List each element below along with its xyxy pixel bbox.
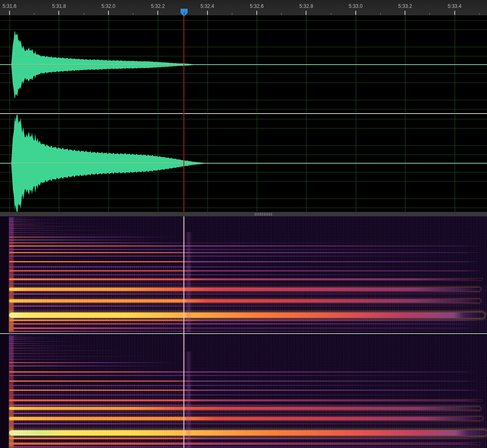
ruler-label: 5:33.4 — [448, 3, 461, 10]
spectrogram-harmonic-band — [9, 446, 487, 448]
spectrogram-harmonic-band — [9, 249, 460, 250]
spectrogram-harmonic-band — [9, 371, 478, 373]
spectrogram-harmonic-band — [9, 266, 460, 267]
spectrogram-harmonic-band — [9, 400, 482, 401]
spectrogram-harmonic-line — [9, 353, 80, 354]
spectrogram-harmonic-line — [9, 219, 59, 220]
spectrogram-harmonic-band — [9, 261, 480, 262]
spectrogram-harmonic-band — [9, 331, 456, 332]
ruler-tick — [133, 13, 133, 15]
spectrogram-harmonic-line — [9, 339, 42, 340]
spectrogram-harmonic-line — [9, 359, 92, 360]
ruler-tick — [331, 13, 331, 15]
spectrogram-noise-texture — [190, 285, 487, 333]
ruler-tick — [232, 13, 232, 15]
spectrogram-harmonic-band — [9, 252, 480, 253]
spectrogram-harmonic-band — [9, 320, 480, 321]
ruler-label: 5:31.8 — [52, 3, 66, 10]
ruler-tick — [479, 13, 480, 15]
spectrogram-harmonic-line — [9, 218, 34, 218]
spectrogram-harmonic-line — [9, 226, 104, 227]
spectrogram-harmonic-band — [9, 404, 476, 406]
playhead-line-waveform — [183, 15, 184, 212]
spectrogram-harmonic-line — [9, 228, 63, 229]
ruler-tick — [355, 11, 356, 15]
spectrogram-panel[interactable] — [0, 216, 487, 448]
spectrogram-right-channel[interactable] — [0, 334, 487, 448]
spectrogram-harmonic-band — [9, 438, 482, 439]
ruler-tick — [380, 13, 381, 15]
spectrogram-harmonic-band — [9, 390, 482, 391]
spectrogram-harmonic-band — [9, 362, 178, 363]
spectrogram-harmonic-band — [9, 274, 456, 275]
spectrogram-harmonic-line — [9, 341, 75, 342]
spectrogram-harmonic-band — [9, 270, 482, 271]
spectrogram-harmonic-band — [9, 293, 478, 295]
ruler-label: 5:32.4 — [200, 3, 214, 10]
spectrogram-harmonic-band — [9, 417, 482, 420]
ruler-label: 5:33.2 — [398, 3, 412, 10]
spectrogram-harmonic-band — [9, 423, 476, 424]
ruler-label: 5:32.0 — [101, 3, 115, 10]
spectrogram-harmonic-band — [9, 375, 456, 376]
spectrogram-harmonic-band — [9, 395, 456, 395]
ruler-label: 5:32.6 — [250, 3, 263, 10]
spectrogram-harmonic-line — [9, 350, 129, 351]
ruler-tick — [306, 11, 306, 15]
spectrogram-harmonic-band — [9, 283, 460, 284]
spectrogram-harmonic-band — [9, 443, 480, 445]
audio-editor-view: { "ruler": { "unit": "minutes:seconds", … — [0, 0, 487, 448]
spectrogram-harmonic-line — [9, 337, 55, 338]
spectrogram-channel-separator[interactable] — [0, 332, 487, 335]
spectrogram-harmonic-band — [9, 380, 480, 382]
spectrogram-harmonic-band — [9, 242, 460, 243]
ruler-tick — [34, 13, 34, 15]
spectrogram-harmonic-line — [9, 343, 51, 344]
ruler-tick — [84, 13, 84, 15]
ruler-tick — [281, 13, 282, 15]
spectrogram-harmonic-band — [9, 312, 485, 318]
spectrogram-harmonic-band — [9, 407, 480, 410]
spectrogram-harmonic-band — [9, 413, 476, 414]
ruler-label: 5:32.8 — [299, 3, 313, 10]
waveform-zero-line — [0, 163, 487, 164]
spectrogram-transient-column — [186, 232, 192, 334]
spectrogram-harmonic-band — [9, 327, 476, 329]
splitter-grip-icon — [255, 213, 273, 216]
waveform-shape — [11, 112, 487, 212]
spectrogram-harmonic-band — [9, 323, 476, 324]
waveform-channel-separator[interactable] — [0, 113, 487, 114]
spectrogram-noise-texture — [190, 404, 487, 448]
spectrogram-harmonic-line — [9, 234, 158, 235]
spectrogram-harmonic-line — [9, 348, 67, 349]
ruler-tick — [9, 11, 10, 15]
spectrogram-harmonic-band — [9, 240, 157, 240]
spectrogram-harmonic-line — [9, 224, 51, 225]
ruler-tick — [256, 11, 257, 15]
ruler-label: 5:31.6 — [2, 3, 16, 10]
spectrogram-harmonic-band — [9, 385, 458, 386]
spectrogram-harmonic-line — [9, 232, 75, 233]
ruler-tick — [429, 13, 430, 15]
spectrogram-harmonic-line — [9, 221, 42, 222]
ruler-label: 5:32.2 — [151, 3, 165, 10]
playhead-line-spectrogram — [183, 216, 184, 448]
spectrogram-harmonic-band — [9, 299, 480, 303]
spectrogram-harmonic-line — [9, 356, 154, 357]
spectrogram-left-channel[interactable] — [0, 216, 487, 334]
spectrogram-harmonic-band — [9, 278, 482, 280]
waveform-panel[interactable] — [0, 15, 487, 212]
spectrogram-harmonic-line — [9, 345, 100, 346]
spectrogram-harmonic-band — [9, 237, 178, 237]
ruler-tick — [157, 11, 158, 15]
spectrogram-harmonic-band — [9, 430, 487, 436]
spectrogram-harmonic-line — [9, 230, 133, 231]
spectrogram-harmonic-line — [9, 336, 34, 337]
playhead-cap-notch — [184, 12, 185, 15]
ruler-tick — [454, 11, 455, 15]
panel-splitter[interactable] — [0, 212, 487, 216]
timeline-ruler[interactable]: 5:31.65:31.85:32.05:32.25:32.45:32.65:32… — [0, 0, 487, 16]
spectrogram-harmonic-line — [9, 223, 80, 223]
ruler-tick — [108, 11, 109, 15]
spectrogram-harmonic-band — [9, 256, 460, 257]
